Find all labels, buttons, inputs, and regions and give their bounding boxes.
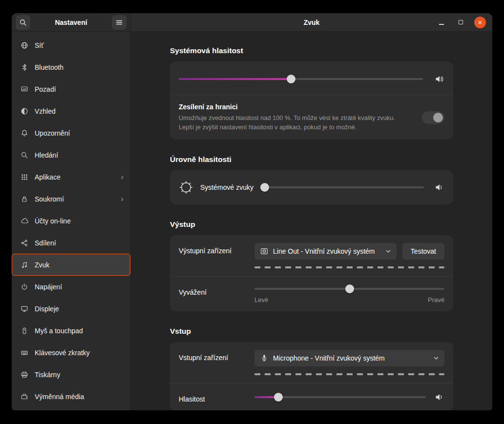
sidebar-item-zvuk[interactable]: Zvuk <box>12 254 130 276</box>
output-device-value: Line Out - Vnitřní zvukový systém <box>273 247 381 255</box>
output-level-meter <box>254 266 444 268</box>
sidebar-item-label: Bluetooth <box>35 63 63 71</box>
sharing-icon <box>21 239 28 247</box>
notifications-icon <box>21 129 28 137</box>
appearance-icon <box>21 107 28 115</box>
sidebar-item-label: Účty on-line <box>35 217 71 225</box>
sidebar-item-mys-a-touchpad[interactable]: Myš a touchpad <box>12 320 130 342</box>
bluetooth-icon <box>21 63 28 71</box>
minimize-button[interactable] <box>436 17 447 28</box>
sidebar-item-label: Upozornění <box>35 129 70 137</box>
system-sounds-row: Systémové zvuky <box>170 170 453 204</box>
output-device-label: Výstupní zařízení <box>179 243 254 268</box>
sidebar-item-label: Myš a touchpad <box>35 327 83 335</box>
system-sounds-label: Systémové zvuky <box>200 183 258 191</box>
system-sounds-slider[interactable] <box>265 183 424 192</box>
sidebar-item-napajeni[interactable]: Napájení <box>12 276 130 298</box>
chevron-right-icon: › <box>121 173 124 181</box>
sidebar: Síť Bluetooth Pozadí Vzhled Upozornění H <box>12 32 131 410</box>
sidebar-item-label: Vzhled <box>35 107 56 115</box>
sidebar-item-bluetooth[interactable]: Bluetooth <box>12 56 130 78</box>
cloud-icon <box>21 217 28 225</box>
sidebar-item-vymenna-media[interactable]: Výměnná média <box>12 385 130 407</box>
sidebar-item-label: Síť <box>35 41 43 49</box>
input-level-meter <box>254 373 444 375</box>
maximize-icon <box>459 20 463 24</box>
menu-button[interactable] <box>112 15 126 30</box>
volume-icon <box>435 392 444 402</box>
search-icon <box>19 19 27 26</box>
sidebar-item-label: Pozadí <box>35 85 56 93</box>
volume-high-icon <box>435 74 444 84</box>
sidebar-item-tiskarny[interactable]: Tiskárny <box>12 363 130 385</box>
volume-levels-section: Úrovně hlasitosti Systémové zvuky <box>170 155 453 204</box>
slider-handle[interactable] <box>345 284 354 293</box>
window-body: Síť Bluetooth Pozadí Vzhled Upozornění H <box>12 32 492 410</box>
volume-levels-card: Systémové zvuky <box>170 170 453 204</box>
input-device-body: Microphone - Vnitřní zvukový systém <box>254 350 444 375</box>
slider-handle[interactable] <box>260 183 269 192</box>
volume-icon <box>435 182 444 192</box>
toggle-knob <box>433 113 443 122</box>
sidebar-item-soukromi[interactable]: Soukromí › <box>12 188 130 210</box>
microphone-icon <box>260 354 269 363</box>
input-card: Vstupní zařízení Microphone - Vnitřní zv… <box>170 342 453 410</box>
test-button[interactable]: Testovat <box>402 243 444 260</box>
sidebar-item-label: Výměnná média <box>35 393 84 401</box>
close-button[interactable]: × <box>474 17 486 28</box>
mouse-icon <box>21 327 28 335</box>
removable-media-icon <box>21 393 28 401</box>
keyboard-icon <box>21 349 28 357</box>
privacy-lock-icon <box>21 195 28 203</box>
power-icon <box>21 283 28 291</box>
sidebar-item-sit[interactable]: Síť <box>12 34 130 56</box>
sidebar-item-label: Zvuk <box>35 261 49 269</box>
input-volume-slider[interactable] <box>254 393 426 402</box>
input-device-dropdown[interactable]: Microphone - Vnitřní zvukový systém <box>254 350 444 366</box>
overamp-description: Umožňuje zvednout hlasitost nad 100 %. T… <box>179 114 412 132</box>
output-device-body: Line Out - Vnitřní zvukový systém Testov… <box>254 243 444 268</box>
sidebar-item-label: Sdílení <box>35 239 56 247</box>
sidebar-item-hledani[interactable]: Hledání <box>12 144 130 166</box>
overamp-text: Zesílení za hranici Umožňuje zvednout hl… <box>179 103 412 132</box>
headerbar: Nastavení Zvuk × <box>12 13 492 32</box>
output-heading: Výstup <box>170 220 453 229</box>
slider-track[interactable] <box>265 186 424 188</box>
system-volume-slider[interactable] <box>179 75 423 83</box>
sidebar-item-displeje[interactable]: Displeje <box>12 298 130 320</box>
slider-handle[interactable] <box>274 393 283 402</box>
audio-card-icon <box>260 247 269 256</box>
overamp-toggle[interactable] <box>422 111 444 124</box>
system-volume-section: Systémová hlasitost Zes <box>170 46 453 140</box>
sidebar-item-vzhled[interactable]: Vzhled <box>12 100 130 122</box>
sidebar-item-label: Napájení <box>35 283 62 291</box>
volume-levels-heading: Úrovně hlasitosti <box>170 155 453 164</box>
system-volume-heading: Systémová hlasitost <box>170 46 453 55</box>
chevron-right-icon: › <box>121 195 124 203</box>
sidebar-item-pozadi[interactable]: Pozadí <box>12 78 130 100</box>
overamp-desc-line2: Lepší je zvýšit nastavení hlasitosti v a… <box>179 123 412 132</box>
balance-slider[interactable] <box>254 284 444 293</box>
sidebar-item-label: Displeje <box>35 305 59 313</box>
system-volume-card: Zesílení za hranici Umožňuje zvednout hl… <box>170 61 453 140</box>
sidebar-item-label: Tiskárny <box>35 371 60 379</box>
balance-row: Vyvážení Levé Pravé <box>170 276 453 311</box>
slider-handle[interactable] <box>287 75 295 83</box>
output-card: Výstupní zařízení Line Out - Vnitřní zvu… <box>170 235 453 311</box>
sidebar-item-ucty-on-line[interactable]: Účty on-line <box>12 210 130 232</box>
sidebar-item-klavesove-zkratky[interactable]: Klávesové zkratky <box>12 342 130 363</box>
maximize-button[interactable] <box>455 17 466 28</box>
sidebar-item-upozorneni[interactable]: Upozornění <box>12 122 130 144</box>
output-section: Výstup Výstupní zařízení Line Out - Vnit… <box>170 220 453 311</box>
balance-right-label: Pravé <box>428 296 444 303</box>
sound-icon <box>21 261 28 269</box>
sidebar-item-sdileni[interactable]: Sdílení <box>12 232 130 254</box>
output-device-row: Výstupní zařízení Line Out - Vnitřní zvu… <box>170 235 453 276</box>
overamplification-row: Zesílení za hranici Umožňuje zvednout hl… <box>170 95 453 140</box>
search-button[interactable] <box>16 15 30 30</box>
balance-scale-labels: Levé Pravé <box>254 296 444 303</box>
input-section: Vstup Vstupní zařízení Microphone - Vnit… <box>170 327 453 410</box>
output-device-dropdown[interactable]: Line Out - Vnitřní zvukový systém <box>254 243 397 260</box>
sidebar-item-aplikace[interactable]: Aplikace › <box>12 166 130 188</box>
sidebar-item-label: Hledání <box>35 151 58 159</box>
